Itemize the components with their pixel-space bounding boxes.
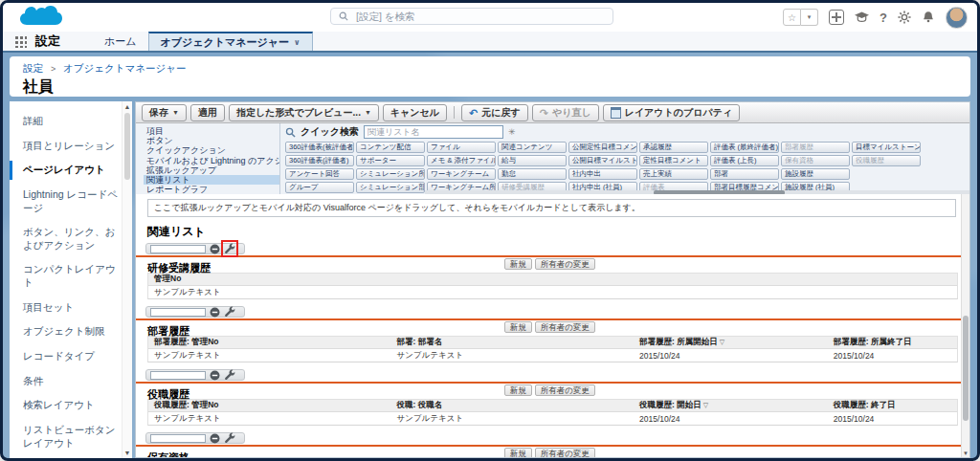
column-header[interactable]: 部署履歴: 管理No xyxy=(148,337,391,348)
palette-category[interactable]: 項目 xyxy=(144,126,279,136)
related-list-drag-handle[interactable] xyxy=(145,306,245,318)
remove-related-list-icon[interactable] xyxy=(210,370,220,381)
related-list-properties-wrench-icon[interactable] xyxy=(224,369,235,381)
sidebar-scroll-thumb[interactable] xyxy=(124,113,130,180)
column-header[interactable]: 部署履歴: 所属開始日 ▽ xyxy=(634,337,828,348)
column-header[interactable]: 役職履歴: 終了日 xyxy=(828,400,957,411)
palette-item[interactable]: シミュレーション所属 xyxy=(356,168,425,180)
quick-find-input[interactable] xyxy=(364,125,503,139)
favorites-dropdown-icon[interactable]: ▾ xyxy=(801,9,818,26)
search-input[interactable] xyxy=(354,10,605,23)
palette-item[interactable]: 勤怠 xyxy=(498,168,567,180)
palette-item[interactable]: 評価表 (上長) xyxy=(710,155,779,166)
palette-item[interactable]: 公開目標マイルストーンコメ xyxy=(568,155,637,166)
sidebar-item[interactable]: 制限ルール xyxy=(10,455,122,458)
remove-related-list-icon[interactable] xyxy=(210,433,220,444)
panel-scroll-down-icon[interactable]: ▼ xyxy=(962,450,969,456)
column-header[interactable]: 部署: 部署名 xyxy=(391,337,635,348)
scroll-down-icon[interactable]: ▼ xyxy=(122,450,132,456)
palette-item[interactable]: シミュレーション部署 xyxy=(356,182,425,193)
palette-category[interactable]: モバイルおよび Lightning のアクション xyxy=(144,156,279,165)
layout-properties-button[interactable]: レイアウトのプロパティ xyxy=(603,104,741,121)
palette-item[interactable]: コンテンツ配信 xyxy=(356,142,425,153)
cancel-button[interactable]: キャンセル xyxy=(383,104,447,121)
palette-category[interactable]: ボタン xyxy=(144,136,279,145)
column-header[interactable]: 管理No xyxy=(148,274,957,285)
palette-item[interactable]: 社内申出 xyxy=(568,168,637,180)
palette-item[interactable]: 関連コンテンツ xyxy=(498,142,567,153)
palette-item[interactable]: グループ xyxy=(285,182,354,193)
sidebar-item[interactable]: レコードタイプ xyxy=(10,344,122,369)
column-header[interactable]: 部署履歴: 所属終了日 xyxy=(828,337,957,348)
breadcrumb-setup-link[interactable]: 設定 xyxy=(23,62,43,74)
remove-related-list-icon[interactable] xyxy=(210,307,220,318)
help-icon[interactable]: ? xyxy=(880,11,887,25)
palette-item[interactable]: 承認履歴 xyxy=(639,142,708,153)
panel-scrollbar[interactable]: ▼ xyxy=(961,194,969,457)
quick-save-button[interactable]: 適用 xyxy=(190,104,225,121)
sidebar-item[interactable]: 詳細 xyxy=(10,109,122,134)
related-list-drag-handle[interactable] xyxy=(145,243,245,254)
related-list-button[interactable]: 所有者の変更 xyxy=(535,384,595,396)
palette-item[interactable]: 360評価表(評価者) xyxy=(285,155,354,166)
related-list-drag-handle[interactable] xyxy=(145,369,245,381)
column-header[interactable]: 役職履歴: 開始日 ▽ xyxy=(634,400,828,411)
palette-item[interactable]: 定性目標コメント xyxy=(639,155,708,166)
palette-item[interactable]: 売上実績 xyxy=(639,168,708,180)
related-list-button[interactable]: 新規 xyxy=(504,448,532,457)
favorites-star-icon[interactable]: ☆ xyxy=(783,9,801,26)
save-button[interactable]: 保存▼ xyxy=(142,104,187,121)
related-list-button[interactable]: 所有者の変更 xyxy=(535,321,595,333)
palette-category[interactable]: クイックアクション xyxy=(144,145,279,155)
palette-item[interactable]: 公開定性目標コメント xyxy=(568,142,637,153)
sidebar-item[interactable]: 項目とリレーション xyxy=(10,134,122,159)
palette-item[interactable]: 施設履歴 xyxy=(781,168,850,180)
palette-item[interactable]: メモ & 添付ファイル xyxy=(427,155,496,166)
breadcrumb-object-manager-link[interactable]: オブジェクトマネージャー xyxy=(63,62,186,74)
related-list-button[interactable]: 新規 xyxy=(504,321,532,333)
palette-item[interactable]: 目標マイルストーンコメント xyxy=(852,142,921,153)
palette-item[interactable]: 給与 xyxy=(498,155,567,166)
related-list-drag-handle[interactable] xyxy=(145,432,245,444)
sidebar-item[interactable]: リストビューボタンレイアウト xyxy=(10,418,122,455)
app-launcher-waffle-icon[interactable] xyxy=(14,35,27,48)
sidebar-item[interactable]: 条件 xyxy=(10,369,122,394)
palette-item[interactable]: 評価表 (最終評価者) xyxy=(710,142,779,153)
preview-as-button[interactable]: 指定した形式でプレビュー...▼ xyxy=(229,104,379,121)
column-header[interactable]: 役職: 役職名 xyxy=(391,400,635,411)
tab-home[interactable]: ホーム xyxy=(93,32,148,51)
sidebar-scrollbar[interactable]: ▲ ▼ xyxy=(122,101,132,458)
save-dropdown-caret-icon[interactable]: ▼ xyxy=(172,109,179,116)
palette-item[interactable]: ワーキングチーム xyxy=(427,168,496,180)
tab-object-manager[interactable]: オブジェクトマネージャー ∨ xyxy=(148,32,313,51)
related-list-properties-wrench-icon-annotated[interactable] xyxy=(224,243,235,254)
palette-item[interactable]: 部署 xyxy=(710,168,779,180)
sidebar-item[interactable]: 項目セット xyxy=(10,296,122,320)
scroll-up-icon[interactable]: ▲ xyxy=(122,103,132,110)
guidance-center-icon[interactable] xyxy=(855,11,869,23)
palette-category[interactable]: 拡張ルックアップ xyxy=(144,165,279,175)
global-search[interactable] xyxy=(330,8,613,25)
palette-category[interactable]: 関連リスト xyxy=(144,175,279,185)
palette-item[interactable]: サポーター xyxy=(356,155,425,166)
palette-item[interactable]: ファイル xyxy=(427,142,496,153)
sidebar-item[interactable]: Lightning レコードページ xyxy=(10,183,122,220)
sidebar-item[interactable]: 検索レイアウト xyxy=(10,393,122,418)
column-header[interactable]: 役職履歴: 管理No xyxy=(148,400,391,411)
related-list-properties-wrench-icon[interactable] xyxy=(224,306,235,318)
related-list-button[interactable]: 所有者の変更 xyxy=(535,258,595,270)
related-list-button[interactable]: 新規 xyxy=(504,258,532,270)
undo-button[interactable]: ↶元に戻す xyxy=(461,104,528,121)
sidebar-item[interactable]: コンパクトレイアウト xyxy=(10,257,122,295)
related-list-button[interactable]: 新規 xyxy=(504,384,532,396)
palette-category[interactable]: レポートグラフ xyxy=(144,185,279,194)
sidebar-item[interactable]: ボタン、リンク、およびアクション xyxy=(10,220,122,257)
sidebar-item[interactable]: ページレイアウト xyxy=(10,158,122,183)
related-list-properties-wrench-icon[interactable] xyxy=(224,432,235,444)
related-list-button[interactable]: 所有者の変更 xyxy=(535,448,595,457)
user-avatar[interactable] xyxy=(946,7,968,29)
sidebar-item[interactable]: オブジェクト制限 xyxy=(10,319,122,344)
remove-related-list-icon[interactable] xyxy=(210,244,220,254)
setup-gear-icon[interactable] xyxy=(898,11,911,24)
palette-item[interactable]: 360評価表(被評価者) xyxy=(285,142,354,153)
